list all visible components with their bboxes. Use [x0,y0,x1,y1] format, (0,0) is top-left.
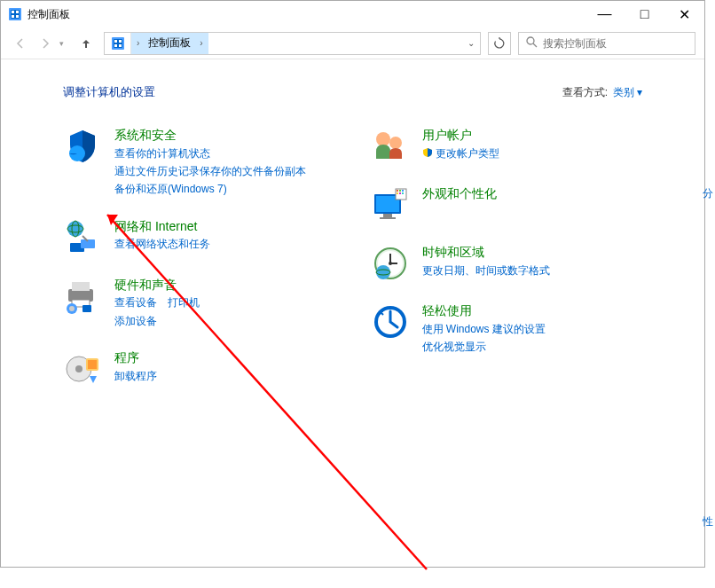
svg-rect-41 [397,192,398,194]
categories-grid: 系统和安全 查看你的计算机状态 通过文件历史记录保存你的文件备份副本 备份和还原… [63,127,642,408]
category-hardware-sound: 硬件和声音 查看设备和打印机 添加设备 [63,277,335,330]
category-ease-of-access: 轻松使用 使用 Windows 建议的设置 优化视觉显示 [371,302,643,356]
right-column: 用户帐户 更改帐户类型 外观和个性化 [371,127,643,408]
svg-point-15 [67,221,83,237]
category-title[interactable]: 硬件和声音 [114,277,335,294]
address-dropdown[interactable]: ⌄ [462,38,480,48]
content-header: 调整计算机的设置 查看方式: 类别 ▾ [63,84,642,100]
category-network: 网络和 Internet 查看网络状态和任务 [63,218,335,257]
svg-point-48 [389,262,392,265]
breadcrumb: › 控制面板 › [131,33,208,54]
svg-point-25 [69,306,75,311]
category-link[interactable]: 使用 Windows 建议的设置 [422,320,643,338]
view-section: 查看方式: 类别 ▾ [562,85,642,100]
svg-rect-5 [16,15,19,18]
content-area: 调整计算机的设置 查看方式: 类别 ▾ 系统和安全 [1,59,704,408]
category-user-accounts: 用户帐户 更改帐户类型 [371,127,643,166]
svg-rect-39 [399,190,401,192]
svg-rect-11 [119,44,122,47]
minimize-button[interactable]: — [585,1,625,27]
printer-icon [63,277,102,316]
svg-rect-26 [82,305,91,312]
svg-line-13 [533,43,537,47]
chevron-down-icon: ▾ [637,86,642,98]
category-programs: 程序 卸载程序 [63,349,335,388]
category-title[interactable]: 系统和安全 [114,127,335,145]
control-panel-window: 控制面板 — □ ✕ ▾ › 控制面板 › ⌄ [0,0,705,568]
svg-rect-35 [383,214,392,217]
category-link[interactable]: 卸载程序 [114,367,335,385]
svg-rect-4 [12,15,14,18]
navigation-bar: ▾ › 控制面板 › ⌄ [1,27,704,59]
network-icon [63,218,102,257]
svg-rect-9 [119,40,122,43]
svg-rect-40 [402,190,404,192]
svg-rect-8 [114,40,117,43]
svg-point-12 [527,37,534,44]
search-box[interactable] [518,32,695,55]
address-icon [105,33,131,54]
category-link[interactable]: 查看网络状态和任务 [114,235,335,253]
category-link[interactable]: 查看设备和打印机 [114,294,335,311]
category-appearance: 外观和个性化 [371,185,643,224]
shield-icon [63,127,102,166]
svg-rect-2 [12,11,14,13]
svg-rect-43 [402,192,404,194]
svg-rect-30 [88,360,97,369]
svg-rect-38 [397,190,398,192]
svg-point-28 [75,365,82,372]
titlebar: 控制面板 — □ ✕ [1,1,704,27]
category-system-security: 系统和安全 查看你的计算机状态 通过文件历史记录保存你的文件备份副本 备份和还原… [63,127,335,199]
address-bar[interactable]: › 控制面板 › ⌄ [104,32,481,55]
appearance-icon [371,185,410,224]
category-link[interactable]: 通过文件历史记录保存你的文件备份副本 [114,162,335,180]
left-column: 系统和安全 查看你的计算机状态 通过文件历史记录保存你的文件备份副本 备份和还原… [63,127,335,408]
category-link[interactable]: 添加设备 [114,312,335,330]
category-link[interactable]: 备份和还原(Windows 7) [114,180,335,198]
view-label: 查看方式: [562,85,608,100]
breadcrumb-root-arrow[interactable]: › [131,33,145,54]
category-title[interactable]: 用户帐户 [422,127,643,145]
category-title[interactable]: 时钟和区域 [422,244,643,262]
window-controls: — □ ✕ [585,1,704,27]
category-clock-region: 时钟和区域 更改日期、时间或数字格式 [371,244,643,283]
clock-icon [371,244,410,283]
search-icon [526,36,538,51]
up-button[interactable] [75,33,97,54]
breadcrumb-item[interactable]: 控制面板 [145,33,194,54]
category-link[interactable]: 优化视觉显示 [422,338,643,356]
page-heading: 调整计算机的设置 [63,84,155,100]
window-title: 控制面板 [28,7,585,22]
svg-point-32 [389,137,402,149]
svg-point-31 [376,132,390,146]
category-link[interactable]: 更改帐户类型 [422,145,643,162]
category-title[interactable]: 外观和个性化 [422,185,643,203]
close-button[interactable]: ✕ [664,1,704,27]
maximize-button[interactable]: □ [625,1,664,27]
category-link[interactable]: 查看你的计算机状态 [114,145,335,162]
category-title[interactable]: 程序 [114,349,335,367]
svg-rect-22 [72,282,90,291]
forward-button[interactable] [35,33,56,54]
search-input[interactable] [543,37,688,50]
control-panel-icon [8,7,22,21]
programs-icon [63,349,102,388]
svg-rect-10 [114,44,117,47]
svg-rect-3 [16,11,19,13]
breadcrumb-arrow[interactable]: › [194,33,208,54]
back-button[interactable] [10,33,31,54]
svg-rect-36 [380,217,396,219]
category-link[interactable]: 更改日期、时间或数字格式 [422,262,643,279]
view-dropdown[interactable]: 类别 ▾ [613,85,642,100]
category-title[interactable]: 网络和 Internet [114,218,335,236]
svg-point-49 [376,265,390,279]
history-dropdown[interactable]: ▾ [59,39,72,48]
users-icon [371,127,410,166]
ease-of-access-icon [371,302,410,341]
svg-rect-42 [399,192,401,194]
category-title[interactable]: 轻松使用 [422,302,643,320]
refresh-button[interactable] [488,32,511,55]
